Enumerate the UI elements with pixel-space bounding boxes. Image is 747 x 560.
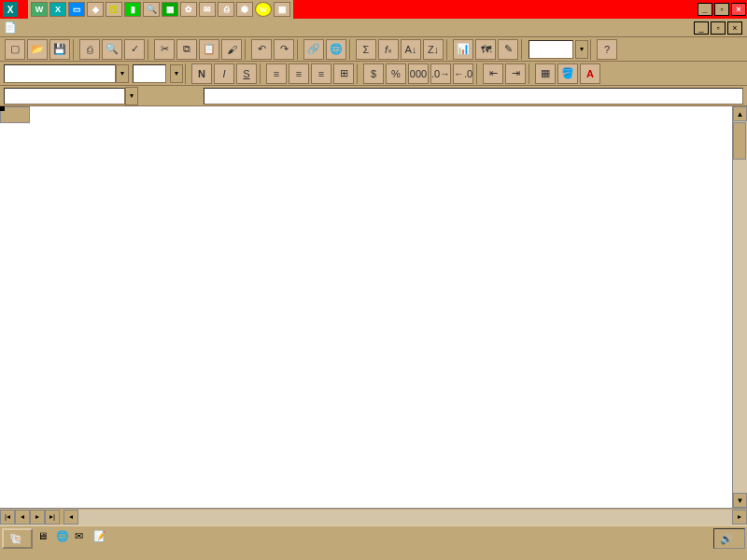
cut-button[interactable]: ✂ xyxy=(154,39,175,60)
zoom-dropdown-icon[interactable]: ▾ xyxy=(575,40,588,59)
increase-decimal-button[interactable]: .0→ xyxy=(430,63,451,84)
formula-input[interactable] xyxy=(204,88,743,105)
system-tray[interactable]: 🔊 xyxy=(713,528,745,549)
system-tray-icons: W X ▭ ◆ ⚿ ▮ 🔍 ▦ ✿ ✉ ⎙ ⬢ w ▦ xyxy=(28,0,293,19)
ql-icon[interactable]: 📝 xyxy=(93,530,110,547)
font-size-select[interactable] xyxy=(133,64,166,83)
size-dropdown-icon[interactable]: ▾ xyxy=(170,64,183,83)
scroll-left-icon[interactable]: ◂ xyxy=(63,510,78,525)
doc-restore-button[interactable]: ▫ xyxy=(711,21,726,35)
sys-icon[interactable]: 🔍 xyxy=(143,2,160,17)
font-dropdown-icon[interactable]: ▾ xyxy=(116,64,129,83)
sheet-tab-bar: |◂ ◂ ▸ ▸| ◂ ▸ xyxy=(0,508,747,525)
minimize-button[interactable]: _ xyxy=(698,3,712,16)
decrease-indent-button[interactable]: ⇤ xyxy=(483,63,503,84)
web-toolbar-button[interactable]: 🌐 xyxy=(326,39,346,60)
spellcheck-button[interactable]: ✓ xyxy=(124,39,145,60)
drawing-button[interactable]: ✎ xyxy=(498,39,518,60)
comma-button[interactable]: 000 xyxy=(408,63,429,84)
map-button[interactable]: 🗺 xyxy=(475,39,496,60)
tab-next-icon[interactable]: ▸ xyxy=(30,510,45,525)
formula-equals-button[interactable] xyxy=(181,88,198,105)
name-box[interactable] xyxy=(4,88,125,105)
sort-desc-button[interactable]: Z↓ xyxy=(423,39,444,60)
chart-wizard-button[interactable]: 📊 xyxy=(453,39,473,60)
hyperlink-button[interactable]: 🔗 xyxy=(303,39,324,60)
align-right-button[interactable]: ≡ xyxy=(311,63,331,84)
sys-icon[interactable]: ▮ xyxy=(124,2,141,17)
ql-icon[interactable]: 🌐 xyxy=(56,530,73,547)
tray-icon[interactable]: 🔊 xyxy=(720,533,733,545)
tab-first-icon[interactable]: |◂ xyxy=(0,510,15,525)
select-all-corner[interactable] xyxy=(0,106,30,123)
save-button[interactable]: 💾 xyxy=(49,39,70,60)
tab-prev-icon[interactable]: ◂ xyxy=(15,510,30,525)
sys-icon[interactable]: ⎙ xyxy=(218,2,234,17)
sort-asc-button[interactable]: A↓ xyxy=(401,39,421,60)
currency-button[interactable]: $ xyxy=(363,63,384,84)
align-left-button[interactable]: ≡ xyxy=(266,63,287,84)
menu-bar: 📄 _ ▫ × xyxy=(0,19,747,37)
quick-launch: 🖥 🌐 ✉ 📝 xyxy=(36,530,111,547)
print-preview-button[interactable]: 🔍 xyxy=(102,39,122,60)
paste-button[interactable]: 📋 xyxy=(199,39,219,60)
start-button[interactable]: 🐚 xyxy=(2,528,33,549)
undo-button[interactable]: ↶ xyxy=(251,39,272,60)
doc-close-button[interactable]: × xyxy=(727,21,742,35)
font-color-button[interactable]: A xyxy=(580,63,600,84)
sys-icon[interactable]: ⚿ xyxy=(106,2,122,17)
sys-icon[interactable]: ▦ xyxy=(162,2,178,17)
italic-button[interactable]: I xyxy=(214,63,234,84)
font-name-select[interactable] xyxy=(4,64,116,83)
horizontal-scrollbar[interactable]: ◂ ▸ xyxy=(63,510,747,525)
decrease-decimal-button[interactable]: ←.0 xyxy=(453,63,473,84)
sys-icon[interactable]: w xyxy=(255,2,272,17)
sys-icon[interactable]: ✿ xyxy=(180,2,197,17)
function-button[interactable]: fₓ xyxy=(378,39,399,60)
close-button[interactable]: × xyxy=(731,3,746,16)
doc-minimize-button[interactable]: _ xyxy=(694,21,709,35)
standard-toolbar: ▢ 📂 💾 ⎙ 🔍 ✓ ✂ ⧉ 📋 🖌 ↶ ↷ 🔗 🌐 Σ fₓ A↓ Z↓ 📊… xyxy=(0,37,747,62)
tab-last-icon[interactable]: ▸| xyxy=(45,510,60,525)
maximize-button[interactable]: ▫ xyxy=(714,3,729,16)
sys-icon[interactable]: ◆ xyxy=(87,2,104,17)
formula-cancel-button[interactable] xyxy=(140,88,157,105)
formula-bar: ▾ xyxy=(0,86,747,106)
sys-icon[interactable]: W xyxy=(31,2,48,17)
windows-taskbar: 🐚 🖥 🌐 ✉ 📝 🔊 xyxy=(0,525,747,551)
excel-icon: X xyxy=(3,2,18,17)
name-box-dropdown-icon[interactable]: ▾ xyxy=(125,87,138,105)
fill-color-button[interactable]: 🪣 xyxy=(557,63,578,84)
window-titlebar: X W X ▭ ◆ ⚿ ▮ 🔍 ▦ ✿ ✉ ⎙ ⬢ w ▦ _ ▫ × xyxy=(0,0,747,19)
format-toolbar: ▾ ▾ N I S ≡ ≡ ≡ ⊞ $ % 000 .0→ ←.0 ⇤ ⇥ ▦ … xyxy=(0,62,747,86)
print-button[interactable]: ⎙ xyxy=(79,39,100,60)
scroll-right-icon[interactable]: ▸ xyxy=(732,510,747,525)
merge-center-button[interactable]: ⊞ xyxy=(333,63,354,84)
increase-indent-button[interactable]: ⇥ xyxy=(505,63,526,84)
copy-button[interactable]: ⧉ xyxy=(176,39,197,60)
document-icon[interactable]: 📄 xyxy=(4,21,19,35)
sys-icon[interactable]: X xyxy=(49,2,66,17)
open-button[interactable]: 📂 xyxy=(27,39,48,60)
ql-icon[interactable]: 🖥 xyxy=(37,530,54,547)
ql-icon[interactable]: ✉ xyxy=(75,530,92,547)
formula-confirm-button[interactable] xyxy=(161,88,177,105)
help-button[interactable]: ? xyxy=(597,39,617,60)
zoom-select[interactable] xyxy=(529,40,573,59)
sys-icon[interactable]: ⬢ xyxy=(236,2,253,17)
borders-button[interactable]: ▦ xyxy=(535,63,556,84)
align-center-button[interactable]: ≡ xyxy=(289,63,309,84)
percent-button[interactable]: % xyxy=(386,63,406,84)
sys-icon[interactable]: ▭ xyxy=(68,2,85,17)
sys-icon[interactable]: ▦ xyxy=(274,2,290,17)
new-button[interactable]: ▢ xyxy=(5,39,25,60)
autosum-button[interactable]: Σ xyxy=(356,39,376,60)
format-painter-button[interactable]: 🖌 xyxy=(221,39,242,60)
bold-button[interactable]: N xyxy=(191,63,212,84)
underline-button[interactable]: S xyxy=(236,63,257,84)
redo-button[interactable]: ↷ xyxy=(274,39,294,60)
spreadsheet-grid: ▲ ▼ xyxy=(0,106,747,508)
sys-icon[interactable]: ✉ xyxy=(199,2,216,17)
